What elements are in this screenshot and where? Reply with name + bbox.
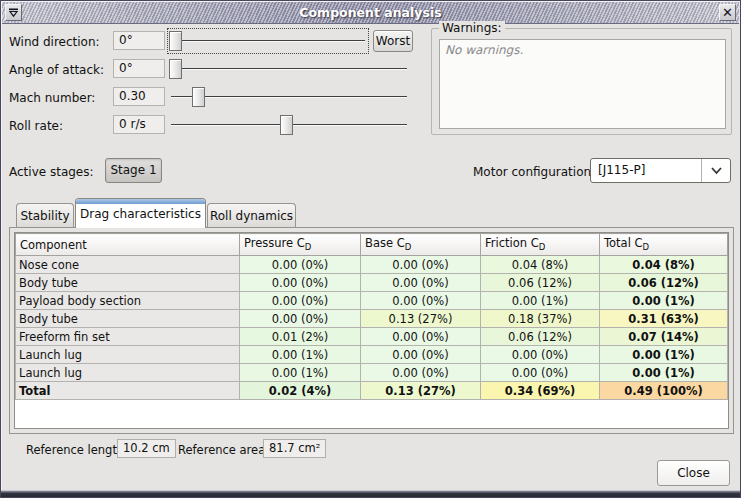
value-cell: 0.01 (2%) [240,328,361,346]
drag-tab-panel: ComponentPressure CDBase CDFriction CDTo… [9,227,734,434]
reference-area-label: Reference area: [178,443,269,457]
component-analysis-dialog: Component analysis ✕ Wind direction: 0° … [0,0,741,498]
table-header-row: ComponentPressure CDBase CDFriction CDTo… [16,234,728,256]
value-cell: 0.00 (0%) [481,346,600,364]
slider-thumb[interactable] [169,31,182,51]
value-cell: 0.00 (0%) [240,310,361,328]
table-row: Payload body section0.00 (0%)0.00 (0%)0.… [16,292,728,310]
table-row: Launch lug0.00 (1%)0.00 (0%)0.00 (0%)0.0… [16,364,728,382]
column-header[interactable]: Component [16,234,240,256]
motor-configuration-label: Motor configuration: [473,165,595,179]
value-cell: 0.00 (1%) [240,346,361,364]
slider-track [171,40,365,42]
value-cell: 0.00 (1%) [600,364,728,382]
value-cell: 0.00 (0%) [361,328,481,346]
component-cell: Body tube [16,274,240,292]
value-cell: 0.18 (37%) [481,310,600,328]
slider-track [171,68,407,70]
table-row: Launch lug0.00 (1%)0.00 (0%)0.00 (0%)0.0… [16,346,728,364]
value-cell: 0.00 (0%) [361,274,481,292]
table-row: Total0.02 (4%)0.13 (27%)0.34 (69%)0.49 (… [16,382,728,400]
value-cell: 0.02 (4%) [240,382,361,400]
worst-button[interactable]: Worst [373,30,413,52]
value-cell: 0.13 (27%) [361,310,481,328]
wind-direction-label: Wind direction: [9,35,111,51]
close-button[interactable]: Close [657,460,730,486]
window-bottom-edge [1,490,740,498]
angle-of-attack-slider[interactable] [169,58,409,80]
value-cell: 0.07 (14%) [600,328,728,346]
table-row: Body tube0.00 (0%)0.13 (27%)0.18 (37%)0.… [16,310,728,328]
column-header[interactable]: Pressure CD [240,234,361,256]
drag-table: ComponentPressure CDBase CDFriction CDTo… [15,233,728,400]
table-row: Nose cone0.00 (0%)0.00 (0%)0.04 (8%)0.04… [16,256,728,274]
table-row: Freeform fin set0.01 (2%)0.00 (0%)0.06 (… [16,328,728,346]
no-warnings-text: No warnings. [445,43,523,57]
value-cell: 0.00 (1%) [481,292,600,310]
column-header[interactable]: Total CD [600,234,728,256]
table-scrollpane[interactable]: ComponentPressure CDBase CDFriction CDTo… [14,232,729,429]
reference-length-label: Reference length: [26,443,128,457]
warnings-title: Warnings: [439,21,505,35]
component-cell: Total [16,382,240,400]
component-cell: Body tube [16,310,240,328]
value-cell: 0.00 (0%) [240,292,361,310]
mach-number-slider[interactable] [169,86,409,108]
value-cell: 0.06 (12%) [481,328,600,346]
active-stages-label: Active stages: [9,165,94,179]
value-cell: 0.00 (0%) [361,364,481,382]
component-cell: Launch lug [16,346,240,364]
value-cell: 0.00 (1%) [600,346,728,364]
angle-of-attack-field[interactable]: 0° [113,59,165,78]
close-icon: ✕ [722,5,733,20]
warnings-list[interactable]: No warnings. [439,39,726,129]
value-cell: 0.06 (12%) [600,274,728,292]
titlebar[interactable]: Component analysis ✕ [2,2,739,24]
wind-direction-field[interactable]: 0° [113,31,165,50]
column-header[interactable]: Base CD [361,234,481,256]
column-header[interactable]: Friction CD [481,234,600,256]
window-close-button[interactable]: ✕ [719,4,736,21]
window-title: Component analysis [2,2,739,24]
value-cell: 0.06 (12%) [481,274,600,292]
angle-of-attack-label: Angle of attack: [9,63,111,79]
value-cell: 0.31 (63%) [600,310,728,328]
combobox-value: [J115-P] [598,159,645,182]
value-cell: 0.49 (100%) [600,382,728,400]
window-menu-icon [8,7,19,18]
stage-1-toggle-button[interactable]: Stage 1 [105,158,162,183]
value-cell: 0.00 (0%) [481,364,600,382]
chevron-down-icon[interactable] [701,159,730,182]
tab-roll-dynamics[interactable]: Roll dynamics [207,203,296,227]
slider-thumb[interactable] [280,115,293,135]
value-cell: 0.00 (0%) [240,274,361,292]
slider-track [171,96,407,98]
roll-rate-field[interactable]: 0 r/s [113,115,165,134]
value-cell: 0.04 (8%) [481,256,600,274]
window-menu-button[interactable] [5,4,22,21]
roll-rate-label: Roll rate: [9,119,111,135]
table-row: Body tube0.00 (0%)0.00 (0%)0.06 (12%)0.0… [16,274,728,292]
component-cell: Launch lug [16,364,240,382]
slider-thumb[interactable] [192,87,205,107]
component-cell: Freeform fin set [16,328,240,346]
reference-area-value: 81.7 cm² [263,439,326,458]
mach-number-label: Mach number: [9,91,111,107]
value-cell: 0.00 (1%) [600,292,728,310]
slider-thumb[interactable] [169,59,182,79]
component-cell: Payload body section [16,292,240,310]
tab-stability[interactable]: Stability [16,203,74,227]
value-cell: 0.00 (0%) [240,256,361,274]
roll-rate-slider[interactable] [169,114,409,136]
value-cell: 0.00 (1%) [240,364,361,382]
value-cell: 0.04 (8%) [600,256,728,274]
reference-length-value: 10.2 cm [117,439,176,458]
motor-configuration-combobox[interactable]: [J115-P] [590,158,731,183]
wind-direction-slider[interactable] [169,30,367,52]
tab-drag-characteristics[interactable]: Drag characteristics [75,198,206,228]
value-cell: 0.00 (0%) [361,346,481,364]
component-cell: Nose cone [16,256,240,274]
value-cell: 0.00 (0%) [361,256,481,274]
value-cell: 0.34 (69%) [481,382,600,400]
mach-number-field[interactable]: 0.30 [113,87,165,106]
